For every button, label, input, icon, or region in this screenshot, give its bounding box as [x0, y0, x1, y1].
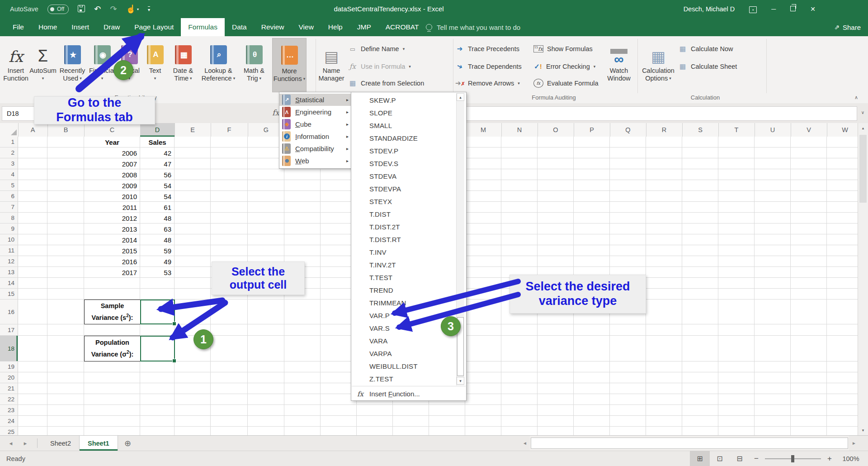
row-header-6[interactable]: 6 — [0, 191, 18, 202]
recently-used-button[interactable]: ★RecentlyUsed▾ — [57, 38, 88, 91]
cell-C6[interactable]: 2010 — [84, 191, 140, 202]
normal-view-button[interactable]: ⊞ — [690, 451, 710, 466]
row-header-10[interactable]: 10 — [0, 234, 18, 245]
column-header-S[interactable]: S — [682, 123, 719, 137]
column-header-E[interactable]: E — [175, 123, 211, 137]
row-header-4[interactable]: 4 — [0, 169, 18, 180]
scroll-down-button[interactable]: ▾ — [457, 377, 464, 385]
column-header-C[interactable]: C — [84, 123, 141, 137]
column-header-D[interactable]: D — [140, 123, 175, 137]
page-layout-view-button[interactable]: ⊡ — [710, 451, 730, 466]
function-item-stdev.s[interactable]: STDEV.S — [351, 157, 455, 170]
cell-D12[interactable]: 49 — [140, 256, 175, 267]
select-all-corner[interactable] — [0, 123, 19, 137]
function-item-t.inv.2t[interactable]: T.INV.2T — [351, 258, 455, 271]
submenu-scrollbar[interactable]: ▴ ▾ — [456, 93, 464, 385]
column-header-N[interactable]: N — [501, 123, 538, 137]
tab-data[interactable]: Data — [225, 18, 254, 36]
function-item-stdevpa[interactable]: STDEVPA — [351, 182, 455, 195]
column-header-O[interactable]: O — [538, 123, 574, 137]
collapse-ribbon-button[interactable]: ∧ — [854, 95, 858, 100]
row-header-11[interactable]: 11 — [0, 245, 18, 256]
autosave-toggle[interactable]: Off — [47, 5, 69, 14]
row-header-2[interactable]: 2 — [0, 147, 18, 158]
zoom-slider[interactable] — [765, 458, 821, 459]
tab-file[interactable]: File — [5, 18, 31, 36]
column-header-P[interactable]: P — [574, 123, 610, 137]
function-item-t.dist[interactable]: T.DIST — [351, 208, 455, 220]
tab-help[interactable]: Help — [321, 18, 350, 36]
function-item-t.test[interactable]: T.TEST — [351, 271, 455, 284]
zoom-out-button[interactable]: − — [750, 454, 763, 463]
cell-C8[interactable]: 2012 — [84, 213, 140, 223]
insert-function-button[interactable]: fxInsertFunction — [3, 38, 29, 91]
row-header-3[interactable]: 3 — [0, 158, 18, 169]
function-item-t.dist.rt[interactable]: T.DIST.RT — [351, 233, 455, 246]
row-header-14[interactable]: 14 — [0, 278, 18, 289]
remove-arrows-button[interactable]: ➔✗Remove Arrows▾ — [455, 77, 520, 90]
financial-button[interactable]: ◉Financial▾ — [89, 38, 116, 91]
menu-item-statistical[interactable]: ↗Statistical▸ — [279, 94, 352, 106]
trace-precedents-button[interactable]: ➔Trace Precedents — [455, 43, 519, 55]
row-header-17[interactable]: 17 — [0, 324, 18, 336]
cell-D9[interactable]: 63 — [140, 223, 175, 234]
vertical-scrollbar[interactable]: ▴ ▾ — [858, 123, 868, 435]
cell-C3[interactable]: 2007 — [84, 158, 140, 169]
row-header-9[interactable]: 9 — [0, 223, 18, 234]
row-header-23[interactable]: 23 — [0, 405, 18, 416]
row-header-16[interactable]: 16 — [0, 300, 18, 324]
create-from-selection-button[interactable]: ▦Create from Selection — [348, 77, 424, 90]
cell-D3[interactable]: 47 — [140, 158, 175, 169]
lookup-reference-button[interactable]: ⌕Lookup &Reference▾ — [199, 38, 238, 91]
formula-bar-expand-button[interactable]: ∨ — [861, 110, 864, 115]
customize-qat-button[interactable]: ▾ — [148, 6, 150, 12]
tab-home[interactable]: Home — [31, 18, 64, 36]
more-functions-button[interactable]: …MoreFunctions▾ — [272, 38, 307, 92]
scrollbar-track[interactable] — [530, 436, 849, 451]
function-item-vara[interactable]: VARA — [351, 334, 455, 347]
scroll-left-button[interactable]: ◄ — [520, 441, 530, 446]
function-item-var.p[interactable]: VAR.P — [351, 309, 455, 322]
tab-review[interactable]: Review — [254, 18, 292, 36]
cell-C4[interactable]: 2008 — [84, 169, 140, 180]
cell-D11[interactable]: 59 — [140, 245, 175, 256]
scroll-down-button[interactable]: ▾ — [858, 425, 868, 435]
cell-D2[interactable]: 42 — [140, 147, 175, 158]
cell-D4[interactable]: 56 — [140, 169, 175, 180]
cell-D10[interactable]: 48 — [140, 234, 175, 245]
column-header-Q[interactable]: Q — [610, 123, 646, 137]
new-sheet-button[interactable]: ⊕ — [118, 436, 138, 451]
function-item-weibull.dist[interactable]: WEIBULL.DIST — [351, 360, 455, 372]
fill-handle[interactable] — [172, 359, 176, 363]
column-header-M[interactable]: M — [465, 123, 502, 137]
evaluate-formula-button[interactable]: fxEvaluate Formula — [533, 77, 599, 90]
touch-mode-button[interactable]: ☝▾ — [126, 5, 139, 13]
row-header-18[interactable]: 18 — [0, 336, 18, 361]
scroll-right-button[interactable]: ► — [849, 441, 859, 446]
text-button[interactable]: AText▾ — [143, 38, 167, 91]
define-name-button[interactable]: ▭Define Name▾ — [348, 43, 405, 55]
menu-item-information[interactable]: iInformation▸ — [279, 130, 352, 143]
tell-me-box[interactable]: Tell me what you want to do — [426, 18, 520, 36]
cell-C10[interactable]: 2014 — [84, 234, 140, 245]
cell-C7[interactable]: 2011 — [84, 202, 140, 213]
zoom-level[interactable]: 100% — [836, 455, 865, 462]
column-header-A[interactable]: A — [18, 123, 48, 137]
error-checking-button[interactable]: ✓!Error Checking▾ — [533, 60, 595, 73]
cell-D5[interactable]: 54 — [140, 180, 175, 191]
tab-draw[interactable]: Draw — [96, 18, 127, 36]
column-header-U[interactable]: U — [755, 123, 791, 137]
function-item-var.s[interactable]: VAR.S — [351, 322, 455, 334]
cell-C16-sample-variance-label[interactable]: Sample Variance (s2): — [84, 300, 141, 324]
ribbon-display-options-button[interactable]: ▴ — [749, 5, 757, 13]
cell-D8[interactable]: 48 — [140, 213, 175, 223]
page-break-view-button[interactable]: ⊟ — [730, 451, 750, 466]
cell-C11[interactable]: 2015 — [84, 245, 140, 256]
tab-page-layout[interactable]: Page Layout — [127, 18, 181, 36]
share-button[interactable]: ⇗Share — [834, 18, 861, 36]
row-header-7[interactable]: 7 — [0, 202, 18, 213]
redo-button[interactable]: ↷ — [110, 5, 117, 13]
menu-item-compatibility[interactable]: ⚠Compatibility▸ — [279, 143, 352, 155]
column-header-W[interactable]: W — [827, 123, 858, 137]
menu-item-insert-function[interactable]: fx Insert Function... — [351, 387, 420, 400]
